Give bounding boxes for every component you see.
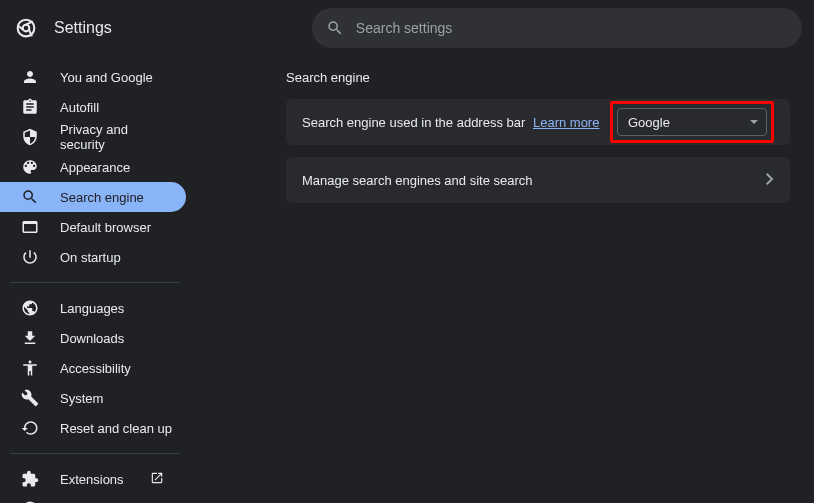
power-icon xyxy=(20,248,40,266)
sidebar-item-label: System xyxy=(60,391,103,406)
sidebar-item-accessibility[interactable]: Accessibility xyxy=(0,353,186,383)
palette-icon xyxy=(20,158,40,176)
learn-more-link[interactable]: Learn more xyxy=(533,115,599,130)
shield-icon xyxy=(20,128,40,146)
sidebar-item-label: Appearance xyxy=(60,160,130,175)
sidebar-item-label: Default browser xyxy=(60,220,151,235)
sidebar-item-search-engine[interactable]: Search engine xyxy=(0,182,186,212)
page-title: Settings xyxy=(54,19,112,37)
wrench-icon xyxy=(20,389,40,407)
download-icon xyxy=(20,329,40,347)
sidebar-item-privacy[interactable]: Privacy and security xyxy=(0,122,186,152)
chevron-down-icon xyxy=(750,120,758,124)
divider xyxy=(10,282,180,283)
search-engine-select[interactable]: Google xyxy=(617,108,767,136)
sidebar-item-system[interactable]: System xyxy=(0,383,186,413)
manage-search-engines-row[interactable]: Manage search engines and site search xyxy=(286,157,790,203)
sidebar-item-label: Downloads xyxy=(60,331,124,346)
chrome-logo-icon xyxy=(16,16,36,40)
sidebar-item-label: Languages xyxy=(60,301,124,316)
search-input[interactable] xyxy=(356,20,788,36)
sidebar-item-label: Search engine xyxy=(60,190,144,205)
sidebar-item-you-and-google[interactable]: You and Google xyxy=(0,62,186,92)
highlight-annotation: Google xyxy=(610,101,774,143)
section-title: Search engine xyxy=(286,70,790,85)
sidebar-item-label: You and Google xyxy=(60,70,153,85)
restore-icon xyxy=(20,419,40,437)
sidebar-item-appearance[interactable]: Appearance xyxy=(0,152,186,182)
row-text: Search engine used in the address bar Le… xyxy=(302,115,610,130)
sidebar-item-label: Privacy and security xyxy=(60,122,176,152)
sidebar-item-languages[interactable]: Languages xyxy=(0,293,186,323)
sidebar-item-label: Autofill xyxy=(60,100,99,115)
sidebar: You and Google Autofill Privacy and secu… xyxy=(0,56,238,503)
globe-icon xyxy=(20,299,40,317)
search-engine-row: Search engine used in the address bar Le… xyxy=(286,99,790,145)
sidebar-item-label: On startup xyxy=(60,250,121,265)
header: Settings xyxy=(0,0,814,56)
external-link-icon xyxy=(150,471,164,488)
extension-icon xyxy=(20,470,40,488)
sidebar-item-about-chrome[interactable]: About Chrome xyxy=(0,494,186,503)
content: Search engine Search engine used in the … xyxy=(238,56,814,503)
sidebar-item-label: Extensions xyxy=(60,472,124,487)
autofill-icon xyxy=(20,98,40,116)
accessibility-icon xyxy=(20,359,40,377)
search-icon xyxy=(20,188,40,206)
sidebar-item-extensions[interactable]: Extensions xyxy=(0,464,186,494)
browser-icon xyxy=(20,218,40,236)
sidebar-item-autofill[interactable]: Autofill xyxy=(0,92,186,122)
search-box[interactable] xyxy=(312,8,802,48)
sidebar-item-default-browser[interactable]: Default browser xyxy=(0,212,186,242)
search-icon xyxy=(326,19,344,37)
sidebar-item-label: Accessibility xyxy=(60,361,131,376)
divider xyxy=(10,453,180,454)
chevron-right-icon xyxy=(766,172,774,188)
sidebar-item-reset[interactable]: Reset and clean up xyxy=(0,413,186,443)
select-value: Google xyxy=(628,115,670,130)
sidebar-item-on-startup[interactable]: On startup xyxy=(0,242,186,272)
row-text: Manage search engines and site search xyxy=(302,173,754,188)
sidebar-item-downloads[interactable]: Downloads xyxy=(0,323,186,353)
sidebar-item-label: Reset and clean up xyxy=(60,421,172,436)
person-icon xyxy=(20,68,40,86)
